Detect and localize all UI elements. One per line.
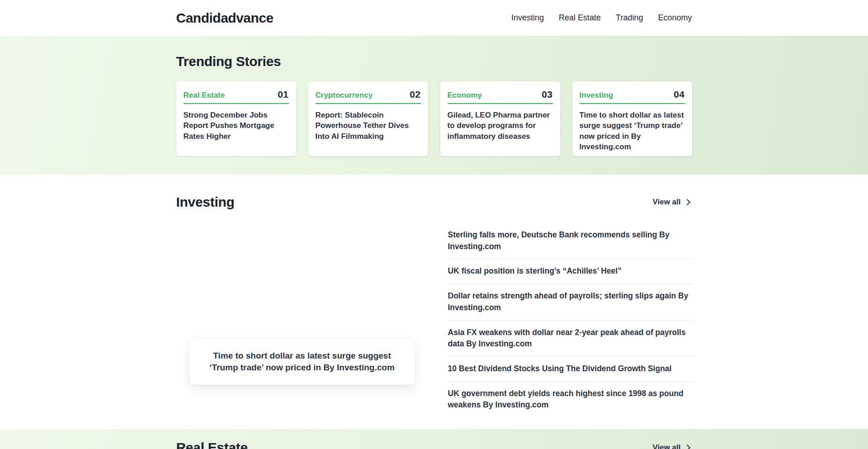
- trending-card-category: Cryptocurrency: [316, 91, 373, 100]
- investing-view-all-link[interactable]: View all: [652, 198, 692, 207]
- investing-article-list: Sterling falls more, Deutsche Bank recom…: [448, 223, 692, 417]
- trending-card[interactable]: Economy 03 Gilead, LEO Pharma partner to…: [440, 81, 560, 156]
- trending-card[interactable]: Investing 04 Time to short dollar as lat…: [572, 81, 692, 156]
- trending-card-head: Cryptocurrency 02: [316, 89, 421, 104]
- real-estate-view-all-link[interactable]: View all: [652, 443, 692, 449]
- article-title: 10 Best Dividend Stocks Using The Divide…: [448, 363, 692, 375]
- trending-card-title: Gilead, LEO Pharma partner to develop pr…: [448, 110, 553, 142]
- site-header: Candidadvance Investing Real Estate Trad…: [0, 0, 868, 36]
- list-item[interactable]: Dollar retains strength ahead of payroll…: [448, 284, 692, 320]
- investing-section: Investing View all Time to short dollar …: [0, 175, 868, 429]
- trending-card-title: Time to short dollar as latest surge sug…: [580, 110, 685, 152]
- nav-item-economy[interactable]: Economy: [658, 13, 692, 23]
- trending-card-head: Investing 04: [580, 89, 685, 104]
- article-title: Sterling falls more, Deutsche Bank recom…: [448, 229, 692, 252]
- article-title: Asia FX weakens with dollar near 2-year …: [448, 327, 692, 350]
- brand-logo[interactable]: Candidadvance: [176, 10, 274, 26]
- trending-card-number: 01: [278, 89, 288, 100]
- trending-card[interactable]: Real Estate 01 Strong December Jobs Repo…: [176, 81, 296, 156]
- view-all-label: View all: [652, 443, 680, 449]
- real-estate-section-head: Real Estate View all: [176, 440, 692, 449]
- trending-title: Trending Stories: [176, 54, 692, 69]
- article-title: Dollar retains strength ahead of payroll…: [448, 290, 692, 313]
- nav-item-investing[interactable]: Investing: [511, 13, 544, 23]
- list-item[interactable]: Asia FX weakens with dollar near 2-year …: [448, 321, 692, 357]
- main-nav: Investing Real Estate Trading Economy: [511, 13, 692, 23]
- trending-cards: Real Estate 01 Strong December Jobs Repo…: [176, 81, 692, 156]
- nav-item-real-estate[interactable]: Real Estate: [559, 13, 601, 23]
- investing-title: Investing: [176, 194, 235, 210]
- featured-article[interactable]: Time to short dollar as latest surge sug…: [176, 215, 433, 405]
- trending-card-category: Real Estate: [184, 91, 225, 100]
- list-item[interactable]: UK fiscal position is sterling’s “Achill…: [448, 259, 692, 284]
- investing-body: Time to short dollar as latest surge sug…: [176, 215, 692, 417]
- list-item[interactable]: Sterling falls more, Deutsche Bank recom…: [448, 223, 692, 259]
- trending-card-title: Strong December Jobs Report Pushes Mortg…: [184, 110, 289, 142]
- featured-article-title: Time to short dollar as latest surge sug…: [198, 350, 406, 374]
- article-title: UK government debt yields reach highest …: [448, 388, 692, 411]
- chevron-right-icon: [685, 199, 692, 206]
- trending-card[interactable]: Cryptocurrency 02 Report: Stablecoin Pow…: [308, 81, 428, 156]
- real-estate-section: Real Estate View all: [0, 429, 868, 449]
- trending-card-title: Report: Stablecoin Powerhouse Tether Div…: [316, 110, 421, 142]
- trending-card-head: Economy 03: [448, 89, 553, 104]
- real-estate-title: Real Estate: [176, 440, 248, 449]
- chevron-right-icon: [685, 444, 692, 449]
- trending-card-number: 03: [542, 89, 552, 100]
- article-title: UK fiscal position is sterling’s “Achill…: [448, 265, 692, 277]
- view-all-label: View all: [652, 198, 680, 207]
- featured-article-card[interactable]: Time to short dollar as latest surge sug…: [189, 339, 415, 385]
- nav-item-trading[interactable]: Trading: [616, 13, 643, 23]
- trending-card-head: Real Estate 01: [184, 89, 289, 104]
- list-item[interactable]: UK government debt yields reach highest …: [448, 382, 692, 417]
- trending-card-category: Investing: [580, 91, 613, 100]
- trending-card-category: Economy: [448, 91, 482, 100]
- list-item[interactable]: 10 Best Dividend Stocks Using The Divide…: [448, 357, 692, 382]
- trending-card-number: 04: [674, 89, 684, 100]
- trending-section: Trending Stories Real Estate 01 Strong D…: [0, 36, 868, 175]
- trending-card-number: 02: [410, 89, 420, 100]
- investing-section-head: Investing View all: [176, 194, 692, 210]
